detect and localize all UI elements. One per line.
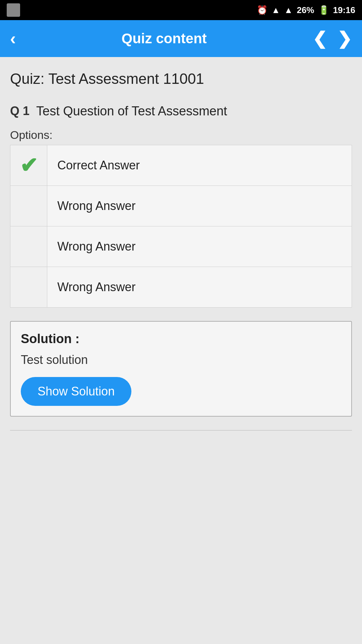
- options-label: Options:: [10, 128, 352, 142]
- question-row: Q 1 Test Question of Test Assessment: [10, 104, 352, 118]
- gallery-icon: [7, 3, 20, 17]
- back-button[interactable]: ‹: [10, 29, 16, 49]
- option-row-1[interactable]: ✔ Correct Answer: [10, 145, 352, 186]
- option-text-1: Correct Answer: [57, 158, 140, 172]
- solution-box: Solution : Test solution Show Solution: [10, 321, 352, 417]
- solution-text: Test solution: [21, 353, 341, 367]
- option-indicator-1: ✔: [10, 145, 47, 185]
- question-number: Q 1: [10, 104, 29, 118]
- option-text-3: Wrong Answer: [57, 239, 135, 254]
- status-bar-right: ⏰ ▲ ▲ 26% 🔋 19:16: [257, 5, 355, 15]
- option-text-cell-3: Wrong Answer: [47, 226, 352, 267]
- option-indicator-2: [10, 186, 47, 226]
- status-bar: ⏰ ▲ ▲ 26% 🔋 19:16: [0, 0, 362, 20]
- question-text: Test Question of Test Assessment: [36, 104, 227, 118]
- option-text-cell-4: Wrong Answer: [47, 267, 352, 307]
- solution-header: Solution :: [21, 332, 341, 346]
- options-table: ✔ Correct Answer Wrong Answer Wrong Answ…: [10, 145, 352, 308]
- next-button[interactable]: ❯: [337, 29, 352, 49]
- page-title: Quiz content: [16, 31, 312, 47]
- quiz-title: Quiz: Test Assessment 11001: [10, 70, 352, 87]
- prev-button[interactable]: ❮: [312, 29, 327, 49]
- option-indicator-4: [10, 267, 47, 307]
- option-text-2: Wrong Answer: [57, 199, 135, 213]
- main-content: Quiz: Test Assessment 11001 Q 1 Test Que…: [0, 57, 362, 644]
- header-nav: ❮ ❯: [312, 29, 352, 49]
- battery-percent: 26%: [297, 5, 314, 15]
- option-row-3[interactable]: Wrong Answer: [10, 226, 352, 267]
- time-display: 19:16: [333, 5, 356, 15]
- status-bar-left: [7, 3, 20, 17]
- signal-icon: ▲: [284, 5, 293, 15]
- option-row-4[interactable]: Wrong Answer: [10, 267, 352, 307]
- option-text-cell-1: Correct Answer: [47, 145, 352, 185]
- correct-checkmark: ✔: [20, 153, 38, 178]
- alarm-icon: ⏰: [257, 5, 267, 15]
- option-row-2[interactable]: Wrong Answer: [10, 186, 352, 226]
- bottom-divider: [10, 430, 352, 431]
- option-indicator-3: [10, 226, 47, 267]
- option-text-4: Wrong Answer: [57, 280, 135, 294]
- wifi-icon: ▲: [272, 5, 280, 15]
- option-text-cell-2: Wrong Answer: [47, 186, 352, 226]
- show-solution-button[interactable]: Show Solution: [21, 377, 131, 406]
- battery-icon: 🔋: [318, 5, 329, 15]
- app-bar: ‹ Quiz content ❮ ❯: [0, 20, 362, 57]
